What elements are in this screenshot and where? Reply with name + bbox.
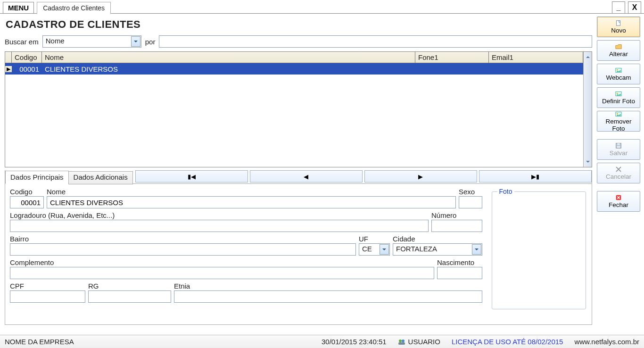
document-tab[interactable]: Cadastro de Clientes: [37, 2, 111, 14]
status-bar: NOME DA EMPRESA 30/01/2015 23:40:51 USUA…: [0, 335, 644, 348]
complemento-field[interactable]: [10, 267, 434, 279]
table-row[interactable]: ▶ 00001 CLIENTES DIVERSOS: [5, 63, 583, 75]
alterar-label: Alterar: [609, 50, 628, 58]
cpf-label: CPF: [10, 282, 85, 290]
new-icon: [615, 20, 622, 26]
status-datetime: 30/01/2015 23:40:51: [322, 338, 387, 346]
numero-field[interactable]: [431, 220, 482, 232]
novo-label: Novo: [611, 27, 626, 34]
search-input[interactable]: [159, 35, 592, 48]
svg-point-11: [399, 340, 402, 342]
webcam-button[interactable]: Webcam: [597, 64, 640, 84]
bairro-label: Bairro: [10, 235, 356, 243]
grid-scrollbar[interactable]: [583, 52, 592, 167]
next-icon: ▶: [418, 173, 423, 180]
svg-rect-8: [617, 143, 619, 145]
etnia-label: Etnia: [174, 282, 482, 290]
tab-dados-adicionais[interactable]: Dados Adicionais: [68, 171, 133, 184]
first-icon: ▮◀: [188, 173, 196, 180]
codigo-label: Codigo: [10, 188, 44, 196]
tab-dados-principais[interactable]: Dados Principais: [5, 171, 69, 184]
cpf-field[interactable]: [10, 290, 85, 303]
fechar-button[interactable]: Fechar: [597, 191, 640, 212]
close-window-button[interactable]: X: [628, 1, 641, 14]
company-name: NOME DA EMPRESA: [5, 338, 74, 346]
svg-rect-9: [617, 146, 620, 148]
col-codigo[interactable]: Codigo: [12, 52, 42, 63]
cidade-select[interactable]: FORTALEZA: [393, 243, 482, 256]
photo-fieldset: Foto: [492, 188, 586, 309]
svg-point-12: [402, 340, 405, 342]
col-nome[interactable]: Nome: [42, 52, 415, 63]
salvar-label: Salvar: [610, 149, 627, 157]
status-user: USUARIO: [408, 338, 440, 346]
webcam-label: Webcam: [606, 74, 631, 81]
logradouro-label: Logradouro (Rua, Avenida, Etc...): [10, 211, 429, 219]
svg-rect-13: [398, 342, 405, 345]
sexo-label: Sexo: [459, 188, 482, 196]
numero-label: Número: [431, 211, 482, 219]
nascimento-field[interactable]: [437, 267, 482, 279]
nav-first-button[interactable]: ▮◀: [135, 170, 248, 182]
uf-label: UF: [359, 235, 390, 243]
close-icon: [615, 194, 622, 201]
alterar-button[interactable]: Alterar: [597, 40, 640, 61]
svg-point-4: [617, 93, 618, 94]
folder-open-icon: [615, 43, 622, 50]
cell-email1: [489, 68, 583, 69]
nav-next-button[interactable]: ▶: [364, 170, 477, 182]
last-icon: ▶▮: [531, 173, 539, 180]
uf-select[interactable]: CE: [359, 243, 390, 256]
cancelar-button[interactable]: Cancelar: [597, 163, 640, 183]
save-icon: [615, 142, 622, 149]
remover-foto-button[interactable]: Remover Foto: [597, 111, 640, 132]
svg-point-2: [617, 69, 618, 71]
search-field-select[interactable]: Nome: [42, 35, 141, 48]
clients-grid[interactable]: Codigo Nome Fone1 Email1 ▶ 00001 CLIENTE…: [5, 51, 592, 167]
user-icon: USUARIO: [398, 338, 440, 346]
row-indicator-icon: ▶: [5, 66, 12, 72]
image-icon: [615, 67, 622, 74]
col-email1[interactable]: Email1: [489, 52, 583, 63]
rg-label: RG: [88, 282, 171, 290]
sexo-field[interactable]: [459, 196, 482, 208]
novo-button[interactable]: Novo: [597, 17, 640, 37]
photo-legend: Foto: [497, 188, 514, 195]
search-in-label: Buscar em: [5, 38, 39, 46]
nav-last-button[interactable]: ▶▮: [479, 170, 592, 182]
cancelar-label: Cancelar: [606, 173, 631, 180]
codigo-field: [10, 196, 44, 208]
license-text: LICENÇA DE USO ATÉ 08/02/2015: [452, 338, 563, 346]
image-icon: [615, 91, 622, 97]
fechar-label: Fechar: [609, 201, 628, 208]
cidade-label: Cidade: [393, 235, 482, 243]
svg-rect-0: [617, 21, 620, 26]
minimize-button[interactable]: _: [612, 1, 625, 14]
prev-icon: ◀: [304, 173, 308, 180]
image-icon: [615, 111, 622, 117]
menu-button[interactable]: MENU: [3, 2, 34, 14]
etnia-field[interactable]: [174, 290, 482, 303]
remover-foto-label: Remover Foto: [600, 118, 637, 132]
cell-fone1: [415, 68, 489, 69]
website-text: www.netfalys.com.br: [574, 338, 639, 346]
complemento-label: Complemento: [10, 258, 434, 266]
definir-foto-button[interactable]: Definir Foto: [597, 87, 640, 108]
bairro-field[interactable]: [10, 243, 356, 256]
rg-field[interactable]: [88, 290, 171, 303]
salvar-button[interactable]: Salvar: [597, 139, 640, 160]
svg-point-6: [617, 113, 618, 114]
search-by-label: por: [145, 38, 156, 46]
nome-label: Nome: [47, 188, 456, 196]
cancel-icon: [615, 166, 622, 173]
col-fone1[interactable]: Fone1: [415, 52, 489, 63]
logradouro-field[interactable]: [10, 220, 429, 232]
nav-prev-button[interactable]: ◀: [250, 170, 363, 182]
nome-field[interactable]: [47, 196, 456, 208]
page-title: CADASTRO DE CLIENTES: [6, 18, 592, 31]
definir-foto-label: Definir Foto: [602, 98, 635, 105]
cell-codigo: 00001: [12, 65, 42, 74]
cell-nome: CLIENTES DIVERSOS: [42, 65, 415, 74]
nascimento-label: Nascimento: [437, 258, 482, 266]
